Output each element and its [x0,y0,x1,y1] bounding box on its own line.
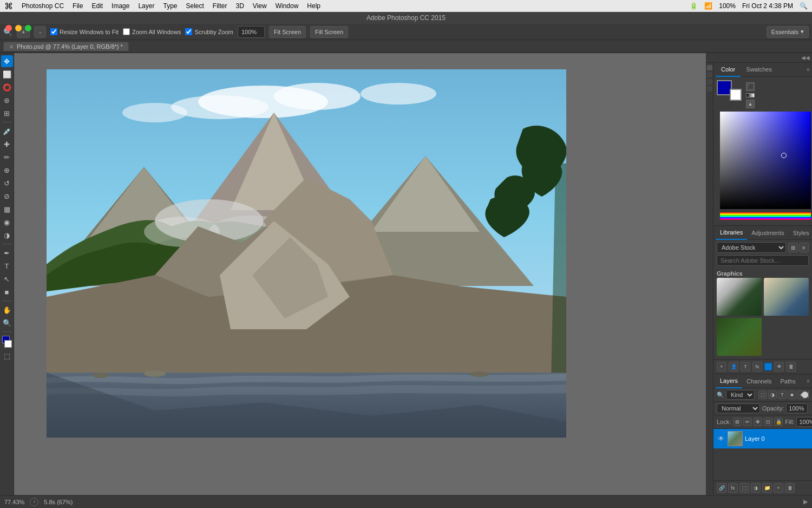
layer-filter-dropdown[interactable]: Kind [726,390,755,400]
layer-filter-shape-icon[interactable]: ■ [788,390,796,399]
fg-bg-color-swatches[interactable] [1,335,13,349]
collapse-panels-icon[interactable]: ◀◀ [801,55,810,61]
layer-fx-icon[interactable]: fx [728,483,738,493]
tab-channels[interactable]: Channels [742,374,776,388]
doc-tab-item[interactable]: ✕ Photo.psd @ 77.4% (Layer 0, RGB/8*) * [3,42,129,51]
lib-grid-view-btn[interactable]: ⊞ [788,243,798,252]
panel-strip-icon-2[interactable] [707,72,712,77]
tab-layers[interactable]: Layers [716,374,742,388]
tab-adjustments[interactable]: Adjustments [747,226,789,240]
lock-artboard-icon[interactable]: ⊡ [764,418,772,426]
zoom-all-windows-checkbox[interactable] [123,28,130,35]
app-name[interactable]: Photoshop CC [22,2,64,10]
shape-tool-btn[interactable]: ■ [1,286,13,298]
layer-filter-toggle[interactable] [808,391,809,399]
lib-thumb-2[interactable] [764,278,809,316]
lock-image-icon[interactable]: ✏ [743,418,752,426]
dodge-tool-btn[interactable]: ◑ [1,229,13,241]
menu-filter[interactable]: Filter [213,2,227,10]
marquee-tool-btn[interactable]: ⬜ [1,68,13,80]
lib-thumb-1[interactable] [717,278,762,316]
adobe-stock-dropdown[interactable]: Adobe Stock [717,242,786,253]
blur-tool-btn[interactable]: ◉ [1,216,13,228]
maximize-button[interactable] [25,25,31,31]
lock-position-icon[interactable]: ✥ [754,418,762,426]
lib-thumb-3[interactable] [717,318,762,356]
menu-image[interactable]: Image [112,2,129,10]
status-arrow-icon[interactable]: ▶ [803,498,808,505]
fill-screen-btn[interactable]: Fill Screen [310,26,348,38]
layer-visibility-icon[interactable]: 👁 [717,434,725,443]
libraries-search-input[interactable] [717,255,809,266]
hand-tool-btn[interactable]: ✋ [1,304,13,316]
lib-fx-icon[interactable]: fx [752,362,762,372]
fill-input[interactable] [796,417,812,427]
color-mode-icon[interactable]: ▲ [746,100,755,108]
lib-trash-icon[interactable]: 🗑 [786,362,796,372]
lock-transparent-icon[interactable]: ⊞ [733,418,742,426]
move-tool-btn[interactable]: ✥ [1,55,13,67]
crop-tool-btn[interactable]: ⊞ [1,107,13,119]
menu-3d[interactable]: 3D [236,2,244,10]
zoom-all-windows-label[interactable]: Zoom All Windows [123,28,181,35]
layer-filter-type-icon[interactable]: T [778,390,787,399]
minimize-button[interactable] [15,25,22,31]
color-panel-menu-icon[interactable]: ≡ [807,67,810,73]
tab-styles[interactable]: Styles [789,226,812,240]
menu-file[interactable]: File [73,2,83,10]
path-select-tool-btn[interactable]: ↖ [1,273,13,285]
quick-mask-btn[interactable]: ⬚ [1,350,13,362]
menu-search-icon[interactable]: 🔍 [800,2,808,10]
healing-tool-btn[interactable]: ✚ [1,138,13,150]
tab-swatches[interactable]: Swatches [741,63,777,77]
zoom-out-btn[interactable]: - [34,26,46,38]
status-info-icon[interactable]: ↑ [30,498,38,506]
lib-list-view-btn[interactable]: ≡ [799,243,809,252]
tab-libraries[interactable]: Libraries [716,226,747,240]
panel-strip-icon-4[interactable] [707,86,712,92]
apple-menu[interactable]: ⌘ [4,1,13,11]
menu-layer[interactable]: Layer [138,2,154,10]
layer-link-icon[interactable]: 🔗 [717,483,726,493]
menu-window[interactable]: Window [276,2,299,10]
eraser-tool-btn[interactable]: ⊘ [1,190,13,202]
eyedropper-tool-btn[interactable]: 💉 [1,125,13,137]
layer-delete-icon[interactable]: 🗑 [785,483,795,493]
layer-group-icon[interactable]: 📁 [762,483,772,493]
gradient-tool-btn[interactable]: ▦ [1,203,13,215]
layer-filter-pixel-icon[interactable]: ⬚ [758,390,767,399]
fit-screen-btn[interactable]: Fit Screen [269,26,306,38]
layers-panel-menu-icon[interactable]: ≡ [807,378,810,384]
type-tool-btn[interactable]: T [1,260,13,272]
layer-filter-adj-icon[interactable]: ◑ [768,390,777,399]
layer-mask-icon[interactable]: ⬚ [739,483,749,493]
panel-strip-icon-1[interactable] [707,65,712,70]
lib-type-icon[interactable]: T [741,362,750,372]
quick-select-tool-btn[interactable]: ⊛ [1,94,13,106]
scrubby-zoom-label[interactable]: Scrubby Zoom [185,28,233,35]
canvas-document[interactable] [47,69,566,438]
scrubby-zoom-checkbox[interactable] [185,28,192,35]
color-gradient-area[interactable] [720,112,811,209]
layer-new-icon[interactable]: + [774,483,783,493]
menu-help[interactable]: Help [307,2,320,10]
tab-color[interactable]: Color [716,63,741,77]
blend-mode-dropdown[interactable]: Normal [717,403,760,413]
history-tool-btn[interactable]: ↺ [1,177,13,189]
color-gradient-picker[interactable] [720,112,806,209]
lib-blue-swatch-icon[interactable] [764,363,772,370]
background-color-swatch[interactable] [4,340,12,348]
background-color-box[interactable] [730,89,742,101]
close-button[interactable] [5,25,12,31]
layer-item-0[interactable]: 👁 Layer 0 [713,429,812,448]
opacity-input[interactable] [786,403,808,413]
menu-view[interactable]: View [253,2,267,10]
layer-adj-icon[interactable]: ◑ [751,483,761,493]
menu-type[interactable]: Type [163,2,177,10]
tab-paths[interactable]: Paths [776,374,800,388]
resize-windows-checkbox[interactable] [50,28,57,35]
zoom-tool-main-btn[interactable]: 🔍 [1,317,13,329]
lasso-tool-btn[interactable]: ⭕ [1,81,13,93]
brush-tool-btn[interactable]: ✏ [1,151,13,163]
essentials-dropdown[interactable]: Essentials ▾ [767,26,809,38]
